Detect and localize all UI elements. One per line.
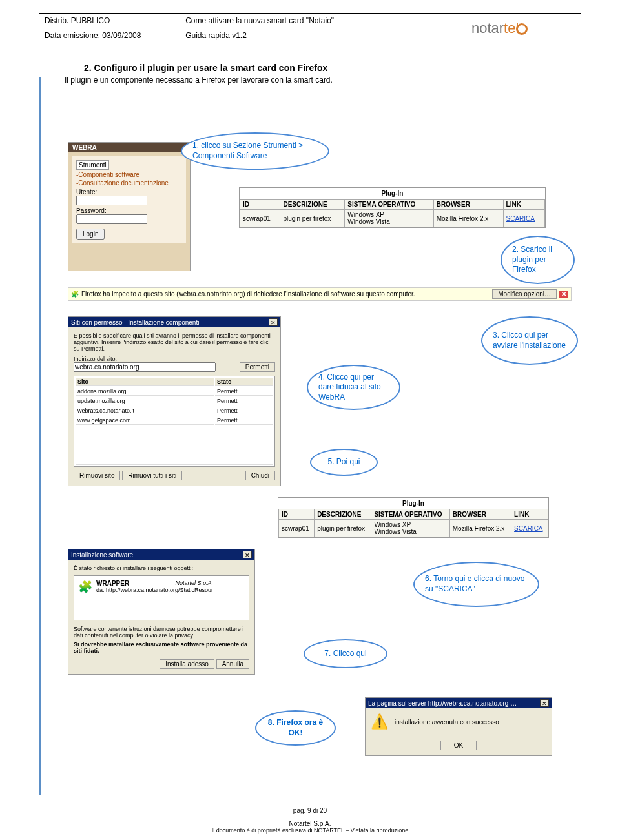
install-src: http://webra.ca.notariato.org/StaticReso…: [106, 587, 213, 593]
ok-title: La pagina sul server http://webra.ca.not…: [368, 700, 517, 707]
permetti-button[interactable]: Permetti: [240, 362, 275, 372]
modifica-opzioni-button[interactable]: Modifica opzioni…: [492, 289, 557, 299]
th-id: ID: [240, 200, 280, 210]
callout-8: 8. Firefox ora è OK!: [255, 710, 336, 746]
user-input[interactable]: [76, 196, 147, 205]
vendor: Notartel S.p.A.: [176, 580, 214, 586]
addon-icon: 🧩: [78, 580, 92, 594]
th-desc: DESCRIZIONE: [280, 200, 345, 210]
header-table: Distrib. PUBBLICO Come attivare la nuova…: [39, 13, 581, 43]
perm-title: Siti con permesso - Installazione compon…: [71, 319, 199, 326]
warn1: Software contenente istruzioni dannose p…: [74, 626, 249, 639]
footer-company: Notartel S.p.A.: [0, 820, 620, 827]
callout-1: 1. clicco su Sezione Strumenti > Compone…: [181, 132, 329, 170]
callout-4: 4. Clicco qui per dare fiducia al sito W…: [307, 365, 400, 410]
close-icon[interactable]: ✕: [243, 551, 252, 558]
screenshot-plugin-table-2: Plug-In ID DESCRIZIONE SISTEMA OPERATIVO…: [278, 497, 549, 538]
close-icon[interactable]: ✕: [269, 318, 278, 326]
th-browser: BROWSER: [433, 200, 503, 210]
screenshot-install-dialog: Installazione software✕ È stato richiest…: [68, 549, 255, 675]
chiudi-button[interactable]: Chiudi: [245, 471, 275, 480]
hdr-mid-bottom: Guida rapida v1.2: [180, 28, 418, 43]
link-docs[interactable]: -Consultazione documentazione: [76, 179, 182, 187]
pwd-label: Password:: [76, 207, 107, 214]
hdr-left-top: Distrib. PUBBLICO: [39, 14, 180, 28]
section-intro: Il plugin è un componente necessario a F…: [65, 76, 581, 85]
page-number: pag. 9 di 20: [0, 807, 620, 814]
plugin-caption-2: Plug-In: [278, 498, 548, 509]
login-topbar: WEBRA: [68, 143, 190, 152]
screenshot-ok-dialog: La pagina sul server http://webra.ca.not…: [365, 697, 552, 756]
footer-rights: Il documento è di proprietà esclusiva di…: [0, 827, 620, 834]
table-row: scwrap01 plugin per firefox Windows XP W…: [279, 520, 548, 537]
callout-5: 5. Poi qui: [310, 449, 378, 476]
logo-circle-icon: [516, 23, 528, 35]
hdr-left-bottom: Data emissione: 03/09/2008: [39, 28, 180, 43]
table-row: addons.mozilla.orgPermetti: [76, 387, 273, 396]
table-row: scwrap01 plugin per firefox Windows XP W…: [240, 210, 545, 227]
menu-strumenti[interactable]: Strumenti: [76, 160, 109, 170]
perm-desc: È possibile specificare quali siti avran…: [74, 333, 275, 352]
rimuovi-button[interactable]: Rimuovi sito: [74, 471, 120, 480]
callout-2: 2. Scarico il plugin per Firefox: [501, 236, 575, 284]
close-icon[interactable]: ✕: [540, 699, 549, 707]
addr-label: Indirizzo del sito:: [74, 356, 275, 362]
installa-button[interactable]: Installa adesso: [160, 659, 214, 669]
link-componenti[interactable]: -Componenti software: [76, 171, 182, 178]
close-icon[interactable]: ✕: [559, 291, 568, 298]
table-row: webrats.ca.notariato.itPermetti: [76, 407, 273, 415]
rimuovi-tutti-button[interactable]: Rimuovi tutti i siti: [122, 471, 182, 480]
annulla-button[interactable]: Annulla: [216, 659, 249, 669]
warning-icon: ⚠️: [371, 713, 388, 730]
user-label: Utente:: [76, 189, 97, 196]
screenshot-perm-dialog: Siti con permesso - Installazione compon…: [68, 316, 281, 486]
hdr-mid-top: Come attivare la nuova smart card "Notai…: [180, 14, 418, 28]
addr-input[interactable]: [74, 362, 216, 372]
install-line1: È stato richiesto di installare i seguen…: [74, 565, 249, 571]
ok-msg: installazione avvenuta con successo: [395, 719, 499, 726]
screenshot-infobar: 🧩 Firefox ha impedito a questo sito (web…: [68, 287, 572, 301]
install-title: Installazione software: [71, 551, 133, 558]
table-row: update.mozilla.orgPermetti: [76, 397, 273, 405]
th-os: SISTEMA OPERATIVO: [345, 200, 433, 210]
scarica-link-1[interactable]: SCARICA: [506, 215, 535, 222]
login-button[interactable]: Login: [76, 229, 105, 240]
wrapper-name: WRAPPER: [96, 580, 129, 587]
section-title: 2. Configuro il plugin per usare la smar…: [84, 63, 581, 73]
footer: pag. 9 di 20 Notartel S.p.A. Il document…: [0, 807, 620, 834]
callout-7: 7. Clicco qui: [304, 639, 388, 668]
puzzle-icon: 🧩: [71, 291, 79, 298]
infobar-text: Firefox ha impedito a questo sito (webra…: [81, 291, 490, 298]
plugin-caption: Plug-In: [240, 188, 545, 199]
left-margin-rule: [39, 77, 41, 795]
pwd-input[interactable]: [76, 214, 147, 224]
table-row: www.getgspace.comPermetti: [76, 416, 273, 425]
callout-6: 6. Torno qui e clicca di nuovo su "SCARI…: [413, 562, 539, 607]
warn2: Si dovrebbe installare esclusivamente so…: [74, 641, 249, 654]
screenshot-login: WEBRA Strumenti -Componenti software -Co…: [68, 142, 191, 271]
screenshot-plugin-table-1: Plug-In ID DESCRIZIONE SISTEMA OPERATIVO…: [239, 187, 546, 228]
callout-3: 3. Clicco qui per avviare l'installazion…: [481, 316, 578, 365]
th-link: LINK: [503, 200, 544, 210]
scarica-link-2[interactable]: SCARICA: [514, 525, 542, 532]
ok-button[interactable]: OK: [440, 741, 477, 750]
logo: notartel: [471, 20, 528, 36]
